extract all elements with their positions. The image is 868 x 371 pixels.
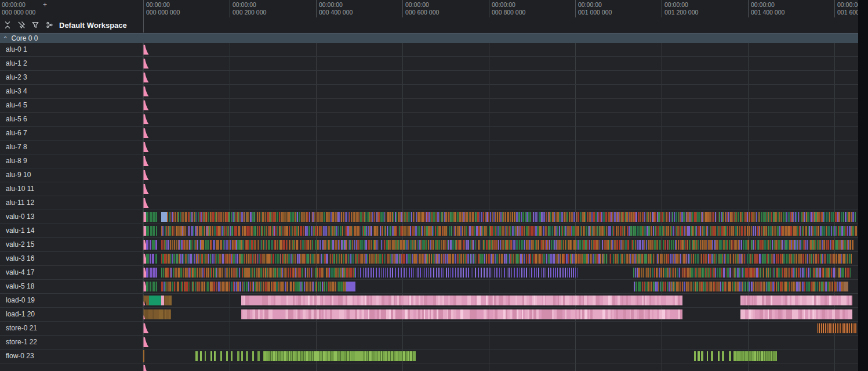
- pin-off-icon[interactable]: [16, 20, 27, 30]
- track-label[interactable]: alu-2 3: [0, 71, 143, 84]
- slice-segment[interactable]: [844, 282, 848, 291]
- track-label[interactable]: valu-5 18: [0, 280, 143, 293]
- slice-stripes-segment[interactable]: [146, 282, 157, 291]
- ruler-tick: 00:00:00 000 600 000: [402, 0, 403, 17]
- slice-stripes-segment[interactable]: [264, 351, 416, 361]
- track-label[interactable]: store-0 21: [0, 322, 143, 335]
- instant-marker-icon[interactable]: [143, 198, 150, 208]
- track-label[interactable]: valu-2 15: [0, 238, 143, 251]
- slice-stripes-segment[interactable]: [145, 309, 171, 319]
- slice-stripes-segment[interactable]: [355, 268, 578, 278]
- slice-stripes-segment[interactable]: [146, 212, 157, 222]
- instant-marker-icon[interactable]: [143, 323, 150, 333]
- slice-stripes-segment[interactable]: [195, 351, 264, 361]
- track-row: valu-3 16: [0, 252, 858, 266]
- ruler-origin-timestamp: 00:00:00 000 000 000: [2, 1, 35, 16]
- track-label[interactable]: alu-6 7: [0, 127, 143, 140]
- track-row-stub: [0, 363, 858, 370]
- slice-stripes-segment[interactable]: [146, 240, 157, 250]
- slice-stripes-segment[interactable]: [633, 268, 851, 278]
- ruler-tick: 00:00:00 000 000 000: [143, 0, 144, 17]
- track-label[interactable]: alu-11 12: [0, 196, 143, 210]
- track-row: load-0 19: [0, 294, 858, 308]
- group-header-core[interactable]: ⌃ Core 0 0: [0, 33, 858, 43]
- tick-timestamp: 00:00:00 000 600 000: [405, 1, 439, 16]
- track-label[interactable]: alu-10 11: [0, 182, 143, 196]
- time-ruler[interactable]: 00:00:00 000 000 000 + 00:00:00 000 000 …: [0, 0, 858, 17]
- ruler-tick: 00:00:00 001 200 000: [662, 0, 662, 17]
- instant-marker-icon[interactable]: [143, 45, 150, 55]
- instant-marker-icon[interactable]: [143, 73, 150, 82]
- track-label[interactable]: alu-5 6: [0, 113, 143, 126]
- slice-stripes-segment[interactable]: [146, 226, 157, 236]
- track-label[interactable]: alu-0 1: [0, 43, 143, 56]
- filter-icon[interactable]: [30, 20, 41, 30]
- scrollbar-track[interactable]: [858, 0, 868, 371]
- slice-stripes-segment[interactable]: [161, 254, 852, 264]
- instant-marker-icon[interactable]: [143, 365, 150, 371]
- instant-marker-icon[interactable]: [143, 114, 150, 124]
- track-row: valu-4 17: [0, 266, 858, 280]
- collapse-tracks-icon[interactable]: [2, 20, 13, 30]
- track-label[interactable]: valu-3 16: [0, 252, 143, 265]
- instant-marker-icon[interactable]: [143, 184, 150, 194]
- track-label[interactable]: alu-1 2: [0, 57, 143, 70]
- instant-marker-icon[interactable]: [143, 59, 150, 69]
- slice-segment[interactable]: [161, 212, 167, 222]
- slice-stripes-segment[interactable]: [694, 351, 732, 361]
- instant-marker-icon[interactable]: [143, 337, 150, 347]
- slice-stripes-segment[interactable]: [161, 282, 346, 291]
- slice-stripes-segment[interactable]: [817, 323, 856, 333]
- workspace-icon[interactable]: [44, 20, 55, 30]
- instant-marker-icon[interactable]: [143, 156, 150, 166]
- slice-stripes-segment[interactable]: [241, 296, 682, 305]
- track-label[interactable]: alu-4 5: [0, 99, 143, 112]
- instant-marker-icon[interactable]: [143, 170, 150, 180]
- track-row: alu-7 8: [0, 141, 858, 154]
- track-row: alu-8 9: [0, 154, 858, 168]
- instant-marker-icon[interactable]: [143, 128, 150, 138]
- track-label[interactable]: load-0 19: [0, 294, 143, 307]
- instant-marker-icon[interactable]: [143, 100, 150, 110]
- track-row: alu-11 12: [0, 196, 858, 210]
- slice-stripes-segment[interactable]: [740, 296, 852, 305]
- slice-stripes-segment[interactable]: [161, 268, 355, 278]
- slice-stripes-segment[interactable]: [161, 226, 857, 236]
- slice-stripes-segment[interactable]: [146, 254, 157, 264]
- slice-stripes-segment[interactable]: [167, 212, 856, 222]
- track-row: alu-4 5: [0, 99, 858, 113]
- track-label[interactable]: store-1 22: [0, 336, 143, 349]
- track-label[interactable]: flow-0 23: [0, 350, 143, 363]
- slice-segment[interactable]: [149, 296, 161, 305]
- slice-stripes-segment[interactable]: [634, 282, 844, 291]
- workspace-name-label[interactable]: Default Workspace: [59, 21, 127, 30]
- instant-marker-icon[interactable]: [143, 142, 150, 152]
- track-label[interactable]: valu-4 17: [0, 266, 143, 279]
- slice-stripes-segment[interactable]: [161, 240, 854, 250]
- tick-timestamp: 00:00:00 001 000 000: [578, 1, 612, 16]
- track-label[interactable]: valu-0 13: [0, 210, 143, 224]
- group-header-label: Core 0 0: [11, 34, 38, 42]
- track-label[interactable]: alu-8 9: [0, 154, 143, 168]
- workspace-toolbar: Default Workspace: [0, 17, 858, 33]
- instant-marker-icon[interactable]: [143, 87, 150, 96]
- track-row: flow-0 23: [0, 350, 858, 363]
- track-label[interactable]: alu-3 4: [0, 85, 143, 98]
- slice-stripes-segment[interactable]: [733, 351, 777, 361]
- track-row: valu-2 15: [0, 238, 858, 252]
- track-label[interactable]: valu-1 14: [0, 224, 143, 237]
- track-label[interactable]: alu-7 8: [0, 141, 143, 154]
- slice-segment[interactable]: [346, 282, 355, 291]
- slice-stripes-segment[interactable]: [241, 309, 682, 319]
- tick-timestamp: 00:00:00 000 200 000: [233, 1, 266, 16]
- chevron-up-icon[interactable]: ⌃: [3, 35, 8, 42]
- track-label[interactable]: load-1 20: [0, 308, 143, 321]
- add-marker-button[interactable]: +: [43, 1, 47, 9]
- track-label[interactable]: alu-9 10: [0, 168, 143, 182]
- tick-timestamp: 00:00:00 000 400 000: [319, 1, 353, 16]
- slice-stripes-segment[interactable]: [146, 268, 157, 278]
- slice-stripes-segment[interactable]: [740, 309, 852, 319]
- flow-event-line[interactable]: [143, 350, 144, 362]
- trace-viewer-window: 00:00:00 000 000 000 + 00:00:00 000 000 …: [0, 0, 868, 371]
- slice-stripes-segment[interactable]: [164, 296, 172, 305]
